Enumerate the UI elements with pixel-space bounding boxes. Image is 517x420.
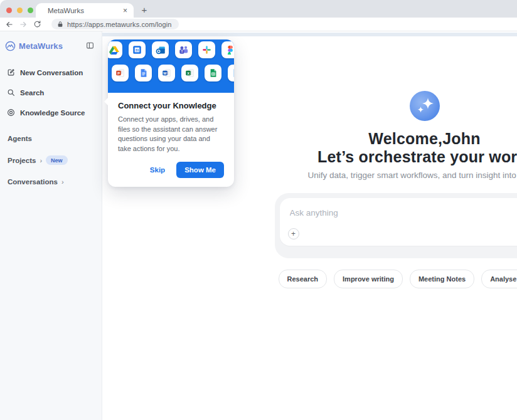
popover-body: Connect your Knowledge Connect your apps… bbox=[108, 93, 234, 187]
reload-button[interactable] bbox=[30, 19, 44, 30]
popover-app-collage: 31 bbox=[108, 39, 234, 93]
tab-close-icon[interactable]: × bbox=[123, 6, 127, 15]
sidebar-item-label: Search bbox=[20, 89, 44, 97]
svg-text:T: T bbox=[181, 50, 183, 53]
brand-row: MetaWurks bbox=[0, 31, 102, 51]
sparkle-icon bbox=[410, 91, 440, 121]
sidebar-sections: Agents Projects › New Conversations › bbox=[0, 132, 102, 189]
back-arrow-icon bbox=[5, 20, 14, 29]
welcome-line2: Let’s orchestrate your work! bbox=[317, 148, 517, 166]
sidebar-item-new-conversation[interactable]: New Conversation bbox=[0, 65, 102, 80]
ask-container: + Model bbox=[275, 193, 517, 258]
knowledge-source-icon bbox=[7, 108, 15, 117]
window-controls bbox=[6, 8, 33, 13]
google-docs-icon bbox=[135, 65, 152, 81]
zoom-window-button[interactable] bbox=[28, 8, 33, 13]
show-me-button[interactable]: Show Me bbox=[176, 162, 224, 178]
panel-toggle-icon bbox=[86, 41, 94, 50]
popover-title: Connect your Knowledge bbox=[118, 101, 224, 110]
svg-text:31: 31 bbox=[135, 48, 139, 52]
close-window-button[interactable] bbox=[6, 8, 12, 13]
minimize-window-button[interactable] bbox=[17, 8, 23, 13]
google-drive-icon bbox=[108, 41, 122, 58]
search-icon bbox=[7, 88, 15, 97]
slack-icon bbox=[198, 41, 215, 58]
svg-text:P: P bbox=[117, 71, 120, 75]
section-label: Projects bbox=[8, 157, 36, 164]
suggestion-chips: Research Improve writing Meeting Notes A… bbox=[275, 270, 517, 288]
chevron-right-icon: › bbox=[61, 178, 64, 186]
ask-input[interactable] bbox=[284, 202, 517, 224]
new-conversation-icon bbox=[7, 68, 15, 76]
url-text: https://apps.metawurks.com/login bbox=[67, 21, 171, 28]
reload-icon bbox=[33, 20, 41, 28]
metawurks-logo-icon bbox=[5, 41, 16, 51]
tab-strip: MetaWurks × + bbox=[0, 0, 517, 18]
sidebar-section-agents[interactable]: Agents bbox=[0, 132, 102, 145]
prompt-card: + Model bbox=[280, 198, 517, 246]
sidebar-item-knowledge-source[interactable]: Knowledge Source bbox=[0, 105, 102, 120]
new-tab-button[interactable]: + bbox=[137, 3, 152, 16]
sidebar-collapse-button[interactable] bbox=[86, 41, 94, 50]
welcome-subtitle: Unify data, trigger smart workflows, and… bbox=[307, 171, 517, 180]
back-button[interactable] bbox=[3, 19, 16, 30]
browser-window: MetaWurks × + https://apps. bbox=[0, 0, 517, 420]
lock-icon bbox=[57, 21, 63, 28]
sidebar-item-label: New Conversation bbox=[20, 69, 83, 76]
attach-button[interactable]: + bbox=[288, 228, 299, 239]
sidebar-section-projects[interactable]: Projects › New bbox=[0, 152, 102, 168]
microsoft-teams-icon: T bbox=[175, 41, 192, 58]
powerpoint-icon: P bbox=[112, 65, 129, 81]
chip-improve-writing[interactable]: Improve writing bbox=[334, 270, 403, 288]
address-bar: https://apps.metawurks.com/login bbox=[0, 18, 517, 31]
sidebar-nav: New Conversation Search Knowledge Source bbox=[0, 65, 102, 120]
svg-text:W: W bbox=[163, 71, 167, 75]
url-field[interactable]: https://apps.metawurks.com/login bbox=[51, 19, 179, 29]
forward-button[interactable] bbox=[16, 19, 30, 30]
svg-text:X: X bbox=[187, 71, 189, 75]
google-sheets-icon bbox=[205, 65, 221, 81]
skip-button[interactable]: Skip bbox=[150, 166, 165, 174]
section-label: Agents bbox=[8, 135, 32, 142]
prompt-toolbar: + Model bbox=[288, 228, 517, 240]
popover-actions: Skip Show Me bbox=[118, 162, 224, 178]
sidebar: MetaWurks New Conversation bbox=[0, 31, 102, 420]
welcome-line1: Welcome,John bbox=[317, 130, 517, 148]
document-icon bbox=[228, 65, 234, 81]
tab-title: MetaWurks bbox=[48, 7, 123, 14]
excel-icon: X bbox=[181, 65, 198, 81]
sidebar-section-conversations[interactable]: Conversations › bbox=[0, 175, 102, 189]
brand-name: MetaWurks bbox=[19, 41, 63, 51]
sidebar-item-search[interactable]: Search bbox=[0, 85, 102, 100]
browser-tab[interactable]: MetaWurks × bbox=[36, 3, 134, 18]
chip-meeting-notes[interactable]: Meeting Notes bbox=[410, 270, 474, 288]
welcome-heading: Welcome,John Let’s orchestrate your work… bbox=[317, 130, 517, 166]
connect-knowledge-popover: 31 bbox=[108, 39, 234, 187]
chevron-right-icon: › bbox=[40, 157, 42, 164]
chip-research[interactable]: Research bbox=[279, 270, 328, 288]
forward-arrow-icon bbox=[19, 20, 28, 29]
sidebar-item-label: Knowledge Source bbox=[20, 109, 85, 117]
word-icon: W bbox=[158, 65, 175, 81]
chip-analyse-resume[interactable]: Analyse Resume bbox=[481, 270, 517, 288]
section-label: Conversations bbox=[8, 178, 58, 186]
popover-arrow bbox=[104, 97, 109, 106]
figma-icon bbox=[221, 41, 234, 58]
popover-text: Connect your apps, drives, and files so … bbox=[118, 115, 224, 154]
outlook-icon bbox=[152, 41, 169, 58]
new-badge: New bbox=[46, 155, 68, 165]
google-calendar-icon: 31 bbox=[129, 41, 146, 58]
app-page: MetaWurks New Conversation bbox=[0, 31, 517, 420]
